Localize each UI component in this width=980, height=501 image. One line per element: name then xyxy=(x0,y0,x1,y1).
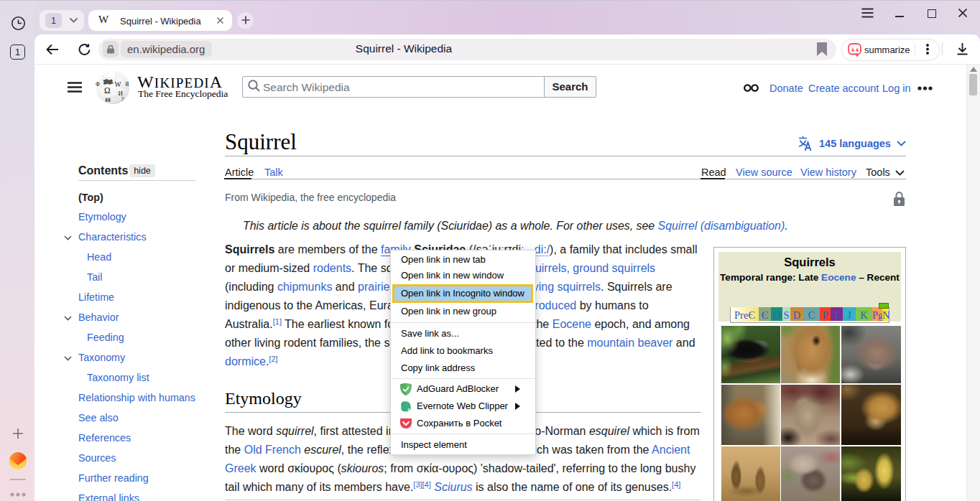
svg-text:Ω: Ω xyxy=(104,86,111,95)
svg-text:Φ: Φ xyxy=(96,81,100,88)
svg-text:W: W xyxy=(115,80,121,88)
svg-text:Я: Я xyxy=(125,81,129,88)
svg-text:И: И xyxy=(119,89,124,96)
svg-text:?: ? xyxy=(121,96,124,103)
